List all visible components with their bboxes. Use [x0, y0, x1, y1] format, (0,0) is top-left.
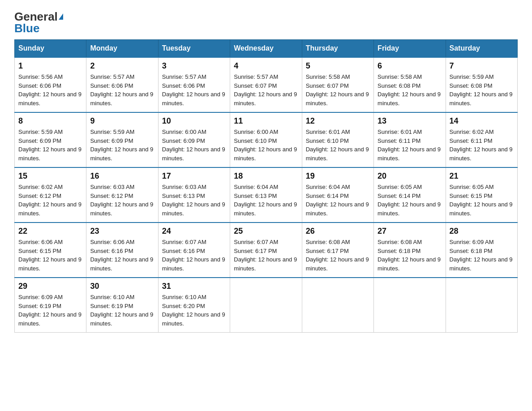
calendar-cell: 20 Sunrise: 6:05 AMSunset: 6:14 PMDaylig… [374, 167, 446, 223]
calendar-cell: 15 Sunrise: 6:02 AMSunset: 6:12 PMDaylig… [15, 167, 86, 223]
day-info: Sunrise: 6:00 AMSunset: 6:10 PMDaylight:… [234, 128, 297, 162]
day-number: 31 [162, 282, 226, 291]
day-info: Sunrise: 6:01 AMSunset: 6:10 PMDaylight:… [306, 128, 369, 162]
calendar-cell: 31 Sunrise: 6:10 AMSunset: 6:20 PMDaylig… [158, 278, 230, 333]
day-info: Sunrise: 5:57 AMSunset: 6:07 PMDaylight:… [234, 73, 297, 107]
day-number: 7 [450, 61, 514, 71]
day-number: 3 [162, 61, 226, 71]
calendar-cell: 1 Sunrise: 5:56 AMSunset: 6:06 PMDayligh… [15, 57, 86, 112]
calendar-week-row: 8 Sunrise: 5:59 AMSunset: 6:09 PMDayligh… [15, 112, 518, 167]
day-info: Sunrise: 6:04 AMSunset: 6:13 PMDaylight:… [234, 184, 297, 217]
day-info: Sunrise: 6:00 AMSunset: 6:09 PMDaylight:… [162, 128, 225, 162]
day-number: 22 [18, 227, 82, 236]
calendar-cell: 14 Sunrise: 6:02 AMSunset: 6:11 PMDaylig… [446, 112, 517, 167]
day-number: 12 [306, 116, 370, 126]
day-number: 27 [378, 227, 442, 236]
day-number: 21 [450, 171, 514, 181]
day-number: 14 [450, 116, 514, 126]
calendar-cell: 17 Sunrise: 6:03 AMSunset: 6:13 PMDaylig… [158, 167, 230, 223]
calendar-cell: 4 Sunrise: 5:57 AMSunset: 6:07 PMDayligh… [230, 57, 302, 112]
day-info: Sunrise: 6:08 AMSunset: 6:17 PMDaylight:… [306, 239, 369, 272]
calendar-cell: 30 Sunrise: 6:10 AMSunset: 6:19 PMDaylig… [86, 278, 158, 333]
calendar-cell: 18 Sunrise: 6:04 AMSunset: 6:13 PMDaylig… [230, 167, 302, 223]
day-number: 25 [234, 227, 298, 236]
day-info: Sunrise: 6:01 AMSunset: 6:11 PMDaylight:… [378, 128, 441, 162]
calendar-cell: 12 Sunrise: 6:01 AMSunset: 6:10 PMDaylig… [302, 112, 373, 167]
day-number: 23 [90, 227, 154, 236]
logo-triangle-icon [59, 13, 63, 20]
calendar-cell: 8 Sunrise: 5:59 AMSunset: 6:09 PMDayligh… [15, 112, 86, 167]
day-number: 29 [18, 282, 82, 291]
calendar-week-row: 1 Sunrise: 5:56 AMSunset: 6:06 PMDayligh… [15, 57, 518, 112]
day-number: 8 [18, 116, 82, 126]
calendar-cell [302, 278, 373, 333]
calendar-cell: 7 Sunrise: 5:59 AMSunset: 6:08 PMDayligh… [446, 57, 517, 112]
day-number: 26 [306, 227, 370, 236]
day-info: Sunrise: 6:09 AMSunset: 6:19 PMDaylight:… [18, 294, 82, 327]
day-number: 16 [90, 171, 154, 181]
column-header-sunday: Sunday [15, 40, 86, 58]
calendar-week-row: 15 Sunrise: 6:02 AMSunset: 6:12 PMDaylig… [15, 167, 518, 223]
calendar-cell [446, 278, 517, 333]
calendar-week-row: 29 Sunrise: 6:09 AMSunset: 6:19 PMDaylig… [15, 278, 518, 333]
calendar-cell: 23 Sunrise: 6:06 AMSunset: 6:16 PMDaylig… [86, 223, 158, 278]
calendar-table: SundayMondayTuesdayWednesdayThursdayFrid… [14, 39, 518, 333]
day-number: 9 [90, 116, 154, 126]
logo: General Blue [14, 11, 63, 34]
column-header-saturday: Saturday [446, 40, 517, 58]
day-info: Sunrise: 6:05 AMSunset: 6:15 PMDaylight:… [450, 184, 513, 217]
day-info: Sunrise: 6:06 AMSunset: 6:16 PMDaylight:… [90, 239, 153, 272]
day-info: Sunrise: 6:09 AMSunset: 6:18 PMDaylight:… [450, 239, 513, 272]
calendar-cell: 3 Sunrise: 5:57 AMSunset: 6:06 PMDayligh… [158, 57, 230, 112]
day-number: 28 [450, 227, 514, 236]
day-info: Sunrise: 6:03 AMSunset: 6:12 PMDaylight:… [90, 184, 153, 217]
day-info: Sunrise: 5:57 AMSunset: 6:06 PMDaylight:… [162, 73, 225, 107]
day-number: 20 [378, 171, 442, 181]
day-info: Sunrise: 6:03 AMSunset: 6:13 PMDaylight:… [162, 184, 225, 217]
day-number: 4 [234, 61, 298, 71]
day-info: Sunrise: 5:56 AMSunset: 6:06 PMDaylight:… [18, 73, 82, 107]
calendar-cell: 5 Sunrise: 5:58 AMSunset: 6:07 PMDayligh… [302, 57, 373, 112]
day-info: Sunrise: 6:10 AMSunset: 6:19 PMDaylight:… [90, 294, 153, 327]
calendar-cell: 6 Sunrise: 5:58 AMSunset: 6:08 PMDayligh… [374, 57, 446, 112]
calendar-cell: 26 Sunrise: 6:08 AMSunset: 6:17 PMDaylig… [302, 223, 373, 278]
day-info: Sunrise: 5:59 AMSunset: 6:09 PMDaylight:… [18, 128, 82, 162]
column-header-wednesday: Wednesday [230, 40, 302, 58]
day-info: Sunrise: 5:59 AMSunset: 6:09 PMDaylight:… [90, 128, 153, 162]
day-info: Sunrise: 6:02 AMSunset: 6:11 PMDaylight:… [450, 128, 513, 162]
calendar-cell: 25 Sunrise: 6:07 AMSunset: 6:17 PMDaylig… [230, 223, 302, 278]
day-info: Sunrise: 5:58 AMSunset: 6:08 PMDaylight:… [378, 73, 441, 107]
calendar-cell: 27 Sunrise: 6:08 AMSunset: 6:18 PMDaylig… [374, 223, 446, 278]
day-number: 24 [162, 227, 226, 236]
calendar-cell: 24 Sunrise: 6:07 AMSunset: 6:16 PMDaylig… [158, 223, 230, 278]
calendar-cell: 19 Sunrise: 6:04 AMSunset: 6:14 PMDaylig… [302, 167, 373, 223]
day-info: Sunrise: 5:58 AMSunset: 6:07 PMDaylight:… [306, 73, 369, 107]
day-info: Sunrise: 6:02 AMSunset: 6:12 PMDaylight:… [18, 184, 82, 217]
day-number: 11 [234, 116, 298, 126]
day-number: 30 [90, 282, 154, 291]
calendar-header-row: SundayMondayTuesdayWednesdayThursdayFrid… [15, 40, 518, 58]
day-info: Sunrise: 6:08 AMSunset: 6:18 PMDaylight:… [378, 239, 441, 272]
calendar-cell: 9 Sunrise: 5:59 AMSunset: 6:09 PMDayligh… [86, 112, 158, 167]
calendar-cell: 29 Sunrise: 6:09 AMSunset: 6:19 PMDaylig… [15, 278, 86, 333]
calendar-cell: 13 Sunrise: 6:01 AMSunset: 6:11 PMDaylig… [374, 112, 446, 167]
day-number: 17 [162, 171, 226, 181]
day-number: 2 [90, 61, 154, 71]
day-info: Sunrise: 6:05 AMSunset: 6:14 PMDaylight:… [378, 184, 441, 217]
calendar-cell: 11 Sunrise: 6:00 AMSunset: 6:10 PMDaylig… [230, 112, 302, 167]
day-number: 19 [306, 171, 370, 181]
day-number: 15 [18, 171, 82, 181]
calendar-cell: 2 Sunrise: 5:57 AMSunset: 6:06 PMDayligh… [86, 57, 158, 112]
day-number: 5 [306, 61, 370, 71]
day-info: Sunrise: 5:57 AMSunset: 6:06 PMDaylight:… [90, 73, 153, 107]
day-info: Sunrise: 6:04 AMSunset: 6:14 PMDaylight:… [306, 184, 369, 217]
day-info: Sunrise: 6:07 AMSunset: 6:16 PMDaylight:… [162, 239, 225, 272]
column-header-friday: Friday [374, 40, 446, 58]
day-number: 18 [234, 171, 298, 181]
calendar-cell: 16 Sunrise: 6:03 AMSunset: 6:12 PMDaylig… [86, 167, 158, 223]
day-info: Sunrise: 6:10 AMSunset: 6:20 PMDaylight:… [162, 294, 225, 327]
column-header-monday: Monday [86, 40, 158, 58]
logo-blue-text: Blue [14, 22, 39, 34]
day-info: Sunrise: 5:59 AMSunset: 6:08 PMDaylight:… [450, 73, 513, 107]
calendar-cell: 22 Sunrise: 6:06 AMSunset: 6:15 PMDaylig… [15, 223, 86, 278]
